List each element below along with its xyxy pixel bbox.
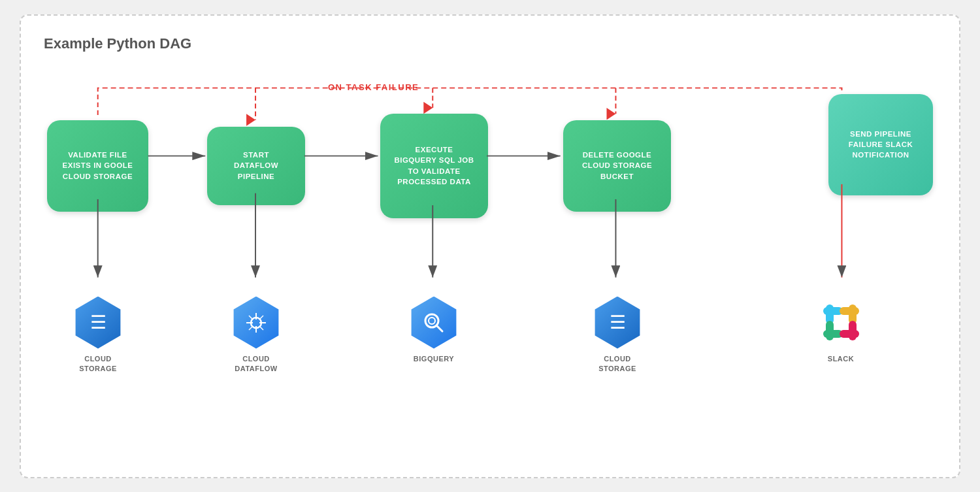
bigquery-icon [408, 297, 460, 349]
task-node-validate[interactable]: VALIDATE FILE EXISTS IN GOOLE CLOUD STOR… [47, 120, 148, 212]
slack-label: SLACK [828, 354, 854, 364]
svg-line-19 [249, 316, 253, 320]
svg-line-25 [436, 325, 442, 331]
diagram-container: Example Python DAG VALIDATE FILE EXISTS … [20, 14, 960, 478]
svg-line-20 [259, 326, 263, 330]
svg-point-24 [429, 318, 435, 324]
cloud-dataflow-icon [230, 297, 282, 349]
svg-line-22 [249, 326, 253, 330]
task-node-delete-bucket[interactable]: DELETE GOOGLE CLOUD STORAGE BUCKET [563, 120, 671, 212]
icon-node-cloud-storage-1: ☰ CLOUD STORAGE [72, 297, 124, 374]
arrows-svg [34, 55, 946, 464]
task-node-execute-bq[interactable]: EXECUTE BIGQUERY SQL JOB TO VALIDATE PRO… [380, 114, 488, 218]
icon-node-slack: SLACK [815, 297, 867, 364]
cloud-storage-2-icon: ☰ [591, 297, 644, 349]
svg-line-21 [259, 316, 263, 320]
slack-icon [815, 297, 867, 349]
cloud-dataflow-label: CLOUD DATAFLOW [235, 354, 277, 374]
flow-area: VALIDATE FILE EXISTS IN GOOLE CLOUD STOR… [34, 55, 946, 464]
svg-rect-33 [840, 330, 859, 338]
icon-node-bigquery: BIGQUERY [408, 297, 460, 364]
icon-node-cloud-storage-2: ☰ CLOUD STORAGE [591, 297, 644, 374]
task-node-slack-notify[interactable]: SEND PIPELINE FAILURE SLACK NOTIFICATION [828, 94, 933, 195]
cloud-storage-1-icon: ☰ [72, 297, 124, 349]
bigquery-label: BIGQUERY [414, 354, 454, 364]
task-node-start-dataflow[interactable]: START DATAFLOW PIPELINE [207, 127, 305, 205]
failure-label: ON TASK FAILURE [328, 82, 419, 92]
cloud-storage-1-label: CLOUD STORAGE [79, 354, 117, 374]
svg-rect-29 [840, 307, 859, 315]
cloud-storage-2-label: CLOUD STORAGE [598, 354, 636, 374]
icon-node-cloud-dataflow: CLOUD DATAFLOW [230, 297, 282, 374]
